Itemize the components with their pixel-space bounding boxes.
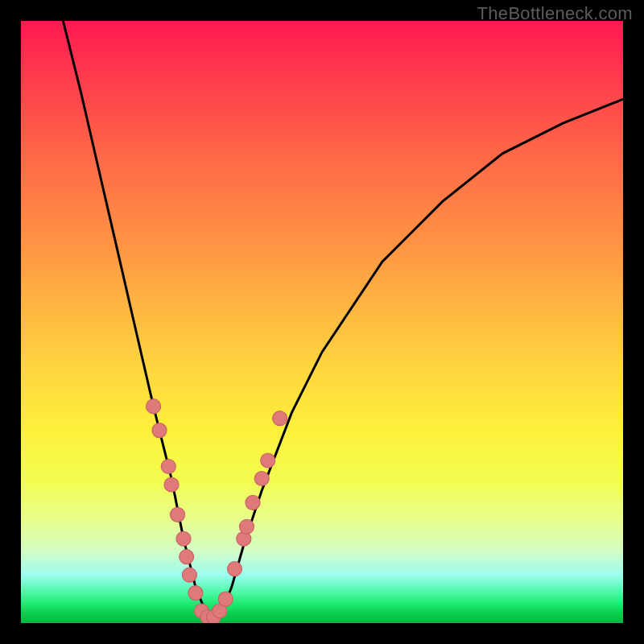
data-marker [254,472,269,486]
marker-group [147,399,287,623]
bottleneck-curve [63,21,623,617]
data-marker [261,453,275,468]
data-marker [188,586,203,601]
data-marker [164,477,179,492]
data-marker [147,399,161,414]
data-marker [240,519,254,534]
chart-frame: TheBottleneck.com [0,0,644,644]
data-marker [152,423,167,438]
data-marker [176,531,191,546]
data-marker [182,568,196,582]
data-marker [273,411,287,426]
data-marker [161,460,175,474]
data-marker [171,507,185,522]
data-marker [180,550,194,564]
watermark-text: TheBottleneck.com [477,3,633,24]
chart-svg [21,21,623,623]
data-marker [228,562,242,576]
plot-area [21,21,623,623]
data-marker [246,495,260,510]
data-marker [218,592,233,606]
